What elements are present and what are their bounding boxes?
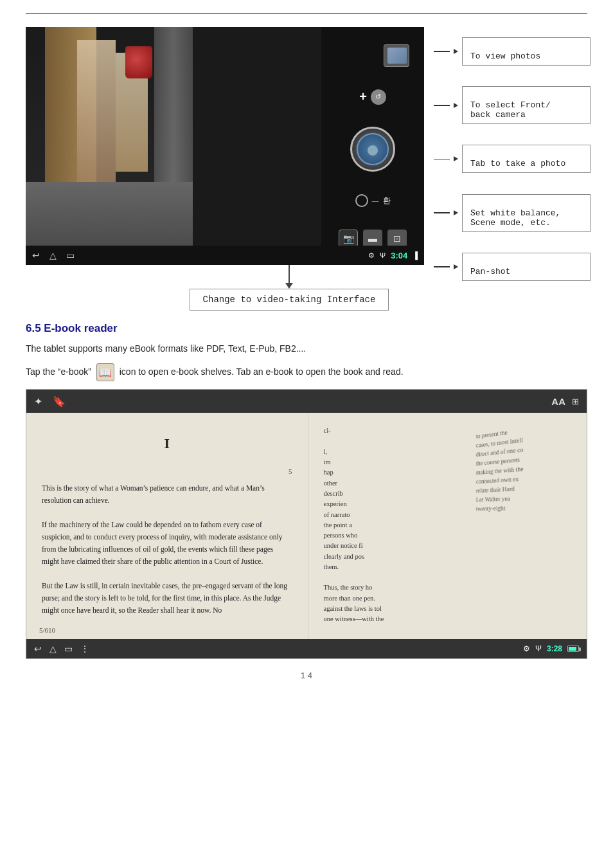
callout-labels-area: To view photos To select Front/ back cam… — [424, 27, 591, 311]
down-arrow-tip — [285, 283, 293, 289]
photo-mode-icon[interactable]: 📷 — [339, 230, 358, 248]
camera-view: + ↺ — 환 — [26, 27, 424, 265]
ebook-left-page: I 5 This is the story of what a Woman’s … — [26, 413, 308, 639]
flip-camera-icon[interactable]: ↺ — [371, 89, 386, 105]
camera-section: + ↺ — 환 — [26, 27, 587, 311]
brightness-icon[interactable]: ✦ — [34, 395, 42, 408]
right-page-inner: ci- l, im hap other describ experien of … — [324, 426, 574, 626]
callout-box-view-photos: To view photos — [462, 37, 591, 66]
video-callout-box: Change to video-taking Interface — [190, 289, 389, 311]
right-main-col: ci- l, im hap other describ experien of … — [324, 426, 469, 626]
arrow-tip-1 — [454, 49, 458, 54]
nav-icons: ↩ △ ▭ — [32, 250, 75, 260]
ebook-bottombar-left: ↩ △ ▭ ⋮ — [34, 644, 89, 654]
ebook-settings-icon[interactable]: ⚙ — [523, 644, 530, 653]
top-divider — [26, 13, 587, 14]
right-skewed-text: to present the cases, to most intell dir… — [476, 418, 577, 513]
shutter-button[interactable] — [350, 127, 395, 172]
ebook-topbar-right: AA ⊞ — [551, 396, 579, 407]
camera-view-wrapper: + ↺ — 환 — [26, 27, 424, 311]
callout-pan-shot: Pan-shot — [434, 253, 591, 281]
shutter-inner — [357, 133, 389, 165]
camera-status-bar: ↩ △ ▭ ⚙ Ψ 3:04 ▐ — [26, 246, 424, 265]
callout-text-view-photos: To view photos — [470, 51, 540, 61]
ebook-back-icon[interactable]: ↩ — [34, 644, 42, 654]
arrow-line-5 — [434, 266, 450, 267]
ebook-tap-text: Tap the “e-book” 📖 icon to open e-book s… — [26, 363, 587, 381]
video-arrow-container: Change to video-taking Interface — [154, 265, 424, 311]
settings-icon[interactable]: ⚙ — [368, 251, 375, 260]
plus-icon: + — [359, 89, 367, 104]
arrow-tip-3 — [454, 156, 458, 161]
aa-label[interactable]: AA — [551, 396, 565, 407]
page-indicator: 5/610 — [39, 624, 55, 636]
home-icon[interactable]: △ — [49, 250, 57, 260]
ebook-bottombar: ↩ △ ▭ ⋮ ⚙ Ψ 3:28 — [26, 639, 587, 658]
ebook-content: I 5 This is the story of what a Woman’s … — [26, 413, 587, 639]
arrow-line-4 — [434, 212, 450, 213]
callout-box-white-balance: Set white balance, Scene mode, etc. — [462, 194, 591, 232]
chapter-numeral: I — [42, 432, 292, 455]
arrow-line-2 — [434, 105, 450, 106]
signal-icon: Ψ — [380, 251, 386, 259]
callout-box-take-photo: Tab to take a photo — [462, 145, 591, 173]
camera-shelf-item — [77, 40, 116, 183]
arrow-tip-5 — [454, 264, 458, 269]
ebook-battery-icon — [567, 646, 579, 652]
ebook-topbar: ✦ 🔖 AA ⊞ — [26, 390, 587, 413]
callout-white-balance: Set white balance, Scene mode, etc. — [434, 194, 591, 232]
ebook-home-icon[interactable]: △ — [49, 644, 57, 654]
gallery-thumb[interactable] — [384, 44, 416, 67]
callout-text-take-photo: Tab to take a photo — [470, 159, 565, 168]
camera-controls-panel: + ↺ — 환 — [321, 27, 424, 265]
arrow-line-3 — [434, 159, 450, 160]
ebook-recents-icon[interactable]: ▭ — [64, 644, 73, 654]
ebook-battery-fill — [569, 647, 576, 651]
camera-time: 3:04 — [391, 251, 407, 260]
panorama-mode-icon[interactable]: ⊡ — [387, 230, 407, 248]
tap-text-after: icon to open e-book shelves. Tab an e-bo… — [120, 366, 404, 377]
ebook-topbar-left: ✦ 🔖 — [34, 395, 66, 408]
wb-icon — [355, 194, 368, 207]
ebook-menu-icon[interactable]: ⋮ — [80, 644, 89, 654]
ebook-signal-icon: Ψ — [535, 644, 542, 653]
callout-text-front-back: To select Front/ back camera — [470, 100, 551, 120]
battery-icon: ▐ — [413, 251, 418, 259]
page-number: 1 4 — [26, 671, 587, 680]
callout-box-front-back: To select Front/ back camera — [462, 86, 591, 124]
callout-text-white-balance: Set white balance, Scene mode, etc. — [470, 208, 560, 228]
arrow-tip-2 — [454, 103, 458, 108]
ebook-intro: The tablet supports many eBook formats l… — [26, 341, 587, 356]
callout-text-pan-shot: Pan-shot — [470, 267, 510, 276]
right-skewed-col: to present the cases, to most intell dir… — [473, 418, 577, 634]
page-number-right: 5 — [42, 466, 292, 477]
left-page-text: This is the story of what a Woman’s pati… — [42, 482, 292, 617]
callout-view-photos: To view photos — [434, 37, 591, 66]
callout-front-back: To select Front/ back camera — [434, 86, 591, 124]
ebook-reader: ✦ 🔖 AA ⊞ I 5 This is the story of what a… — [26, 389, 587, 659]
video-callout-text: Change to video-taking Interface — [203, 294, 376, 305]
right-text-main: ci- l, im hap other describ experien of … — [324, 426, 469, 624]
arrow-tip-4 — [454, 210, 458, 215]
ebook-time: 3:28 — [547, 644, 562, 653]
down-arrow-line — [289, 265, 290, 283]
status-right: ⚙ Ψ 3:04 ▐ — [368, 251, 418, 260]
font-size-icon[interactable]: ⊞ — [572, 397, 579, 406]
video-mode-icon[interactable]: ▬ — [363, 230, 382, 248]
camera-mode-icons[interactable]: 📷 ▬ ⊡ — [335, 230, 410, 248]
wb-label: 환 — [383, 195, 391, 206]
ebook-heading: 6.5 E-book reader — [26, 322, 587, 335]
wb-separator: — — [372, 197, 379, 204]
callout-take-photo: Tab to take a photo — [434, 145, 591, 173]
white-balance-control[interactable]: — 환 — [355, 194, 391, 207]
ebook-bottombar-right: ⚙ Ψ 3:28 — [523, 644, 579, 653]
bookmark-icon[interactable]: 🔖 — [53, 395, 66, 408]
ebook-right-page: ci- l, im hap other describ experien of … — [308, 413, 587, 639]
ebook-icon[interactable]: 📖 — [96, 363, 114, 381]
camera-mug-red — [125, 46, 152, 78]
back-icon[interactable]: ↩ — [32, 250, 40, 260]
camera-flip-control[interactable]: + ↺ — [359, 89, 386, 105]
tap-text-before: Tap the “e-book” — [26, 366, 91, 377]
recents-icon[interactable]: ▭ — [66, 250, 75, 260]
callout-box-pan-shot: Pan-shot — [462, 253, 591, 281]
